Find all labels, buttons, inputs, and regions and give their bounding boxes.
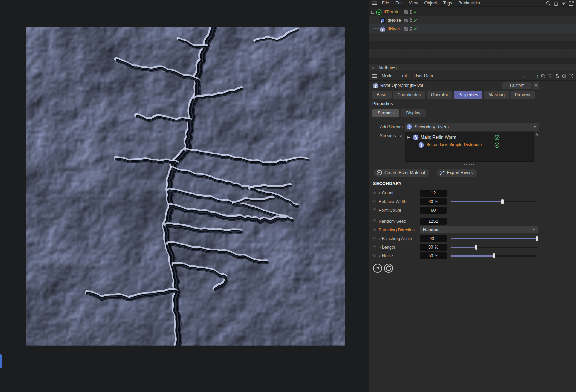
length-slider[interactable] — [451, 247, 537, 248]
chevron-right-icon[interactable]: > — [400, 132, 402, 140]
visibility-dots-icon[interactable] — [410, 27, 412, 31]
home-icon[interactable] — [554, 1, 558, 6]
visibility-dots-icon[interactable] — [410, 10, 412, 14]
edit-toggle-icon[interactable] — [404, 27, 408, 31]
forward-arrow-icon[interactable]: → — [530, 74, 534, 79]
popout-icon[interactable] — [569, 74, 573, 78]
subtab-display[interactable]: Display — [401, 109, 426, 117]
noise-icon — [380, 18, 385, 23]
param-label: Count — [382, 191, 393, 195]
menu-file[interactable]: File — [379, 1, 392, 6]
preset-dropdown[interactable]: Custom — [502, 82, 532, 89]
add-stream-dropdown[interactable]: Secondary Rivers ▼ — [405, 123, 539, 131]
relative-width-slider[interactable] — [451, 201, 537, 202]
tab-basic[interactable]: Basic — [372, 91, 392, 99]
tab-coordinates[interactable]: Coordinates — [393, 91, 425, 99]
param-label: Random Seed — [379, 219, 406, 224]
preset-dropdown-arrow-icon[interactable]: ▼ — [533, 82, 539, 89]
chevron-right-icon[interactable]: > — [379, 254, 381, 258]
stream-item-secondary[interactable]: Secondary: Simple Distribute — [405, 141, 533, 149]
check-circle-icon[interactable] — [494, 142, 500, 148]
banching-angle-input[interactable]: 90 ° — [420, 235, 447, 242]
create-river-material-button[interactable]: Create River Material — [374, 169, 429, 177]
keyframe-diamond-icon[interactable]: ◇ — [373, 199, 376, 203]
object-row-tfnoise[interactable]: tfNoise ✓ — [369, 16, 576, 24]
relative-width-input[interactable]: 60 % — [420, 198, 447, 205]
menu-tags[interactable]: Tags — [440, 1, 455, 6]
menu-edit[interactable]: Edit — [392, 1, 406, 6]
banching-direction-dropdown[interactable]: Random ▼ — [420, 226, 538, 233]
length-input[interactable]: 30 % — [420, 244, 447, 251]
popout-icon[interactable] — [569, 1, 574, 6]
streams-label: Streams — [369, 132, 396, 140]
menu-user-data[interactable]: User Data — [410, 73, 437, 78]
keyframe-diamond-icon[interactable]: ◇ — [373, 227, 376, 231]
tab-operator[interactable]: Operator — [427, 91, 452, 99]
viewport[interactable] — [0, 0, 369, 392]
param-row-length: ◇ >Length 30 % — [369, 243, 576, 251]
edit-toggle-icon[interactable] — [404, 19, 408, 22]
terrain-heightmap-canvas[interactable] — [26, 27, 345, 346]
menu-edit[interactable]: Edit — [396, 73, 410, 78]
random-seed-input[interactable]: 1252 — [420, 218, 447, 225]
banching-angle-slider[interactable] — [451, 238, 537, 239]
noise-slider[interactable] — [451, 255, 537, 257]
river-operator-icon — [373, 83, 378, 88]
tab-properties[interactable]: Properties — [454, 91, 482, 99]
keyframe-diamond-icon[interactable]: ◇ — [373, 244, 376, 249]
reset-icon[interactable] — [384, 263, 393, 273]
filter-icon[interactable] — [561, 1, 566, 6]
enabled-check-icon[interactable]: ✓ — [413, 19, 417, 22]
object-row-tfriver[interactable]: tfRiver ✓ — [369, 24, 576, 33]
back-arrow-icon[interactable]: ← — [523, 74, 527, 79]
visibility-dots-icon[interactable] — [410, 18, 412, 22]
edit-toggle-icon[interactable] — [404, 10, 408, 14]
keyframe-diamond-icon[interactable]: ◇ — [373, 190, 376, 194]
chevron-right-icon[interactable]: > — [379, 245, 381, 249]
object-name[interactable]: tfTerrain — [384, 10, 399, 14]
help-icon[interactable]: ? — [373, 263, 382, 273]
menu-view[interactable]: View — [406, 1, 421, 6]
streams-tree: Main: Perlin Worm Secondary: Simple Dist… — [405, 132, 534, 162]
tab-preview[interactable]: Preview — [510, 91, 535, 99]
hamburger-menu-icon[interactable] — [372, 1, 379, 5]
point-count-input[interactable]: 60 — [420, 207, 447, 214]
keyframe-diamond-icon[interactable]: ◇ — [373, 235, 376, 240]
chevron-right-icon[interactable]: > — [379, 191, 381, 195]
menu-mode[interactable]: Mode — [378, 73, 396, 78]
resize-handle[interactable]: •••••• — [405, 163, 534, 165]
filter-icon[interactable] — [548, 74, 553, 78]
enabled-check-icon[interactable]: ✓ — [413, 27, 417, 31]
up-arrow-icon[interactable]: ↑ — [537, 74, 539, 79]
chevron-right-icon[interactable]: > — [379, 237, 381, 241]
check-circle-icon[interactable] — [494, 135, 500, 140]
keyframe-diamond-icon[interactable]: ◇ — [373, 218, 376, 223]
close-icon[interactable]: ✕ — [372, 66, 375, 70]
object-row-tfterrain[interactable]: tfTerrain ✓ — [369, 8, 576, 16]
menu-bookmarks[interactable]: Bookmarks — [455, 1, 483, 6]
param-row-count: ◇ >Count 12 — [369, 189, 576, 197]
target-icon[interactable] — [562, 74, 566, 78]
object-name[interactable]: tfRiver — [388, 26, 400, 31]
properties-subtabs: Streams Display — [372, 109, 426, 117]
subtab-streams[interactable]: Streams — [372, 109, 399, 117]
export-rivers-button[interactable]: Export Rivers — [437, 169, 477, 177]
object-name[interactable]: tfNoise — [388, 18, 401, 23]
search-icon[interactable] — [541, 74, 546, 78]
collapse-icon[interactable] — [407, 136, 410, 139]
tab-masking[interactable]: Masking — [484, 91, 509, 99]
keyframe-diamond-icon[interactable]: ◇ — [373, 253, 376, 257]
count-input[interactable]: 12 — [420, 190, 447, 197]
noise-input[interactable]: 50 % — [420, 252, 447, 259]
enabled-check-icon[interactable]: ✓ — [413, 10, 417, 14]
edit-streams-icon[interactable]: ✎ — [535, 133, 539, 138]
stream-item-main[interactable]: Main: Perlin Worm — [405, 134, 533, 141]
keyframe-diamond-icon[interactable]: ◇ — [373, 207, 376, 212]
river-icon — [380, 26, 385, 32]
menu-object[interactable]: Object — [421, 1, 440, 6]
hamburger-menu-icon[interactable] — [372, 74, 378, 78]
chevron-down-icon: ▼ — [532, 226, 535, 233]
lock-icon[interactable] — [555, 74, 559, 78]
collapse-icon[interactable] — [371, 11, 374, 14]
search-icon[interactable] — [546, 1, 551, 6]
